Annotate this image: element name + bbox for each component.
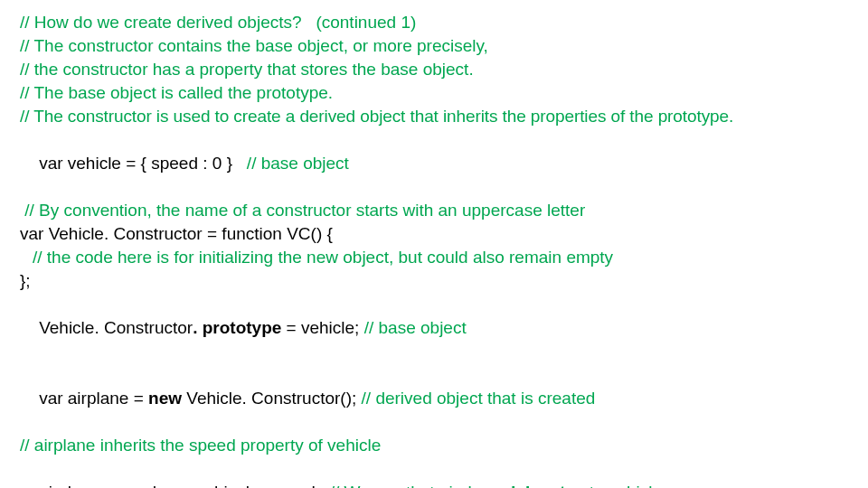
- comment-line: // the code here is for initializing the…: [20, 246, 848, 269]
- code-line: airplane. speed === vehicule. speed // W…: [20, 457, 848, 488]
- comment-line: // The base object is called the prototy…: [20, 81, 848, 105]
- comment-text: // We say that airplane: [330, 483, 505, 488]
- code-text: var vehicle = { speed : 0 }: [39, 154, 247, 173]
- comment-line: // airplane inherits the speed property …: [20, 434, 848, 457]
- code-line: Vehicle. Constructor. prototype = vehicl…: [20, 293, 848, 363]
- code-text: var airplane =: [39, 389, 148, 408]
- comment-line: // How do we create derived objects? (co…: [20, 11, 848, 34]
- keyword-delegates: delegates: [505, 483, 590, 488]
- code-line: var airplane = new Vehicle. Constructor(…: [20, 363, 848, 434]
- code-text: airplane. speed === vehicule. speed: [39, 483, 330, 488]
- comment-text: // base object: [247, 154, 349, 173]
- comment-line: // By convention, the name of a construc…: [20, 199, 848, 222]
- code-slide: // How do we create derived objects? (co…: [0, 0, 868, 488]
- code-line: var vehicle = { speed : 0 } // base obje…: [20, 128, 848, 199]
- comment-text: // derived object that is created: [362, 389, 596, 408]
- code-line: var Vehicle. Constructor = function VC()…: [20, 222, 848, 246]
- code-line: };: [20, 269, 848, 293]
- keyword-new: new: [148, 389, 186, 408]
- keyword-prototype: . prototype: [193, 318, 281, 337]
- code-text: Vehicle. Constructor: [39, 318, 193, 337]
- code-text: = vehicle;: [281, 318, 363, 337]
- comment-text: // base object: [364, 318, 467, 337]
- comment-text: to vehicle: [590, 483, 662, 488]
- comment-line: // The constructor is used to create a d…: [20, 105, 848, 128]
- comment-line: // The constructor contains the base obj…: [20, 34, 848, 58]
- comment-line: // the constructor has a property that s…: [20, 58, 848, 81]
- code-text: Vehicle. Constructor();: [186, 389, 361, 408]
